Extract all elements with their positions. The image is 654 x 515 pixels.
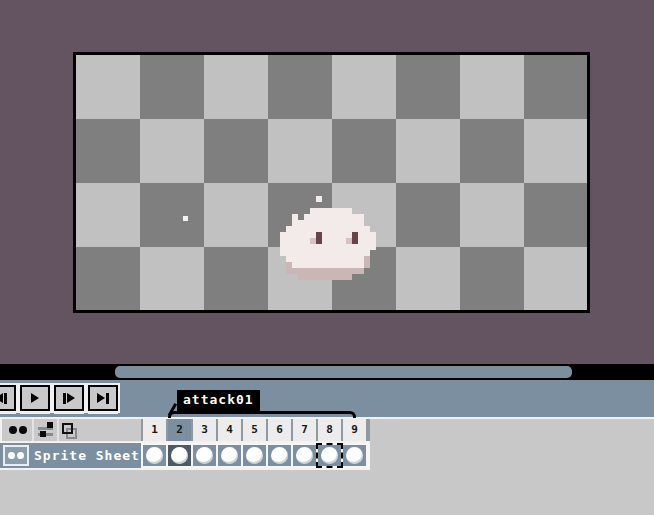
horizontal-scrollbar-track[interactable]	[0, 364, 654, 380]
play-button[interactable]	[20, 385, 50, 411]
frame-header-row: 123456789	[141, 419, 370, 441]
frame-header-cell-2[interactable]: 2	[168, 419, 191, 441]
timeline-cel-7[interactable]	[293, 445, 316, 466]
timeline-cel-6[interactable]	[268, 445, 291, 466]
horizontal-scrollbar-thumb[interactable]	[115, 366, 572, 378]
tag-range-bracket	[168, 411, 356, 418]
cel-thumbnail-dot	[171, 447, 188, 464]
cel-thumbnail-dot	[246, 447, 263, 464]
timeline-cel-9[interactable]	[343, 445, 366, 466]
particle-pixel	[183, 216, 188, 221]
frame-header-cell-5[interactable]: 5	[243, 419, 266, 441]
separator-line	[0, 468, 370, 470]
cel-thumbnail-dot	[196, 447, 213, 464]
cel-thumbnail-dot	[321, 447, 338, 464]
layer-visibility-icon[interactable]	[3, 445, 29, 466]
timeline-cel-3[interactable]	[193, 445, 216, 466]
frame-header-cell-4[interactable]: 4	[218, 419, 241, 441]
timeline-cel-1[interactable]	[143, 445, 166, 466]
sprite-editor-window: attack01 123456789 Sprite Sheet	[0, 0, 654, 515]
go-to-last-frame-button[interactable]	[88, 385, 118, 411]
next-frame-button[interactable]	[54, 385, 84, 411]
timeline-cel-5[interactable]	[243, 445, 266, 466]
timeline-cel-8[interactable]	[318, 445, 341, 466]
cel-thumbnail-dot	[221, 447, 238, 464]
frame-header-cell-9[interactable]: 9	[343, 419, 366, 441]
frame-header-cell-8[interactable]: 8	[318, 419, 341, 441]
cel-thumbnail-dot	[346, 447, 363, 464]
timeline-cel-4[interactable]	[218, 445, 241, 466]
cel-thumbnail-dot	[271, 447, 288, 464]
frame-header-cell-1[interactable]: 1	[143, 419, 166, 441]
layer-row-sprite-sheet[interactable]: Sprite Sheet	[0, 443, 141, 468]
go-to-first-frame-button[interactable]	[0, 385, 16, 411]
timeline-cel-2[interactable]	[168, 445, 191, 466]
frame-header-cell-3[interactable]: 3	[193, 419, 216, 441]
frame-header-cell-7[interactable]: 7	[293, 419, 316, 441]
layer-name: Sprite Sheet	[34, 443, 140, 468]
cel-thumbnail-dot	[146, 447, 163, 464]
frame-tag-label[interactable]: attack01	[177, 390, 260, 411]
cel-thumbnail-dot	[296, 447, 313, 464]
timeline-toolbar	[2, 419, 141, 441]
cel-row	[141, 443, 370, 468]
frame-header-cell-6[interactable]: 6	[268, 419, 291, 441]
